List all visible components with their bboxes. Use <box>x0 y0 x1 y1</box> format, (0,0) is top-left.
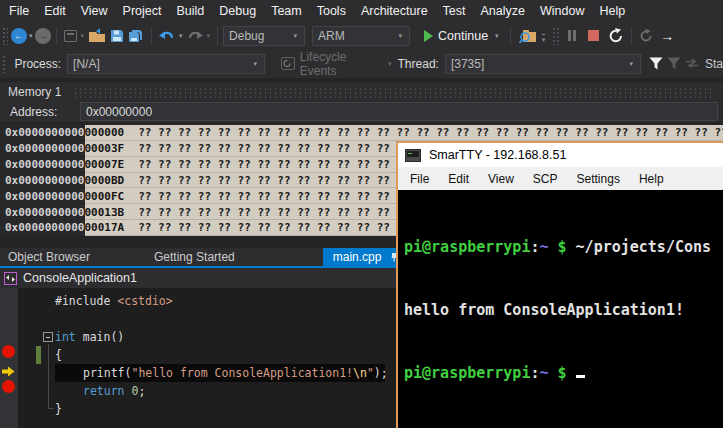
function-signature: main() <box>76 330 124 344</box>
menu-item-architecture[interactable]: Architecture <box>361 4 428 18</box>
smartty-window[interactable]: SmarTTY - 192.168.8.51 File Edit View SC… <box>396 141 723 428</box>
memory-window-header[interactable]: Memory 1 <box>0 82 723 102</box>
new-dropdown-icon[interactable]: ▾ <box>81 32 85 40</box>
redo-icon[interactable] <box>185 25 205 47</box>
smartty-menu-settings[interactable]: Settings <box>577 172 620 186</box>
menu-item-team[interactable]: Team <box>271 4 302 18</box>
memory-address-selected: 00017A <box>84 221 124 234</box>
open-file-icon[interactable] <box>86 25 108 47</box>
navigate-back-icon[interactable]: ← <box>11 28 27 44</box>
new-project-icon[interactable] <box>64 30 77 42</box>
smartty-menu-edit[interactable]: Edit <box>448 172 469 186</box>
menu-item-window[interactable]: Window <box>540 4 584 18</box>
undo-dropdown-icon[interactable]: ▾ <box>179 32 183 40</box>
toolbar-grip[interactable] <box>552 27 559 45</box>
window-drag-grip[interactable] <box>73 87 715 99</box>
stack-frame-label: Sta <box>705 57 723 71</box>
string-literal: " <box>367 366 374 380</box>
memory-row[interactable]: 0x0000000000000000 ?? ?? ?? ?? ?? ?? ?? … <box>0 125 723 141</box>
toolbar-separator <box>56 27 57 45</box>
terminal-output[interactable]: pi@raspberrypi:~ $ ~/projects/Cons hello… <box>398 190 723 428</box>
restart-icon[interactable] <box>606 25 626 47</box>
redo-dropdown-icon[interactable]: ▾ <box>207 32 211 40</box>
menu-item-help[interactable]: Help <box>599 4 625 18</box>
project-scope-dropdown[interactable]: ConsoleApplication1 <box>23 271 137 285</box>
brace: { <box>55 348 62 362</box>
memory-address-selected: 0000FC <box>84 190 124 203</box>
prompt-user: pi@raspberrypi <box>404 364 530 382</box>
prompt-path: ~ <box>539 364 548 382</box>
keyword: int <box>55 330 76 344</box>
continue-button[interactable]: Continue ▾ <box>420 29 505 43</box>
refresh-icon[interactable] <box>637 25 655 47</box>
overflow-chevron-icon[interactable]: ▾ <box>388 60 392 68</box>
brace: } <box>55 402 62 416</box>
toolbar-grip[interactable] <box>2 55 7 73</box>
string-literal: "hello from ConsoleApplication1! <box>131 366 353 380</box>
preprocessor-directive: #include <box>55 294 117 308</box>
standard-toolbar: ← ▾ → ▾ ▾ ▾ Debug ▾ ARM ▾ <box>0 22 723 49</box>
current-statement-line[interactable]: printf("hello from ConsoleApplication1!\… <box>55 364 385 382</box>
chevron-down-icon: ▾ <box>254 60 258 68</box>
memory-address: 0x0000000000 <box>0 206 84 219</box>
toolbar-separator <box>151 27 152 45</box>
smartty-menu-file[interactable]: File <box>410 172 429 186</box>
chevron-down-icon: ▾ <box>399 32 403 40</box>
navigate-forward-icon[interactable]: → <box>35 28 51 44</box>
terminal-command: ~/projects/Cons <box>576 238 711 256</box>
memory-address-selected: 00013B <box>84 206 124 219</box>
save-icon[interactable] <box>108 25 126 47</box>
toolbar-grip[interactable] <box>2 27 8 45</box>
menu-item-edit[interactable]: Edit <box>44 4 66 18</box>
continue-label: Continue <box>438 29 488 43</box>
terminal-line: pi@raspberrypi:~ $ ~/projects/Cons <box>404 237 723 258</box>
filter-threads-icon[interactable] <box>647 53 665 75</box>
function-call: printf( <box>83 366 131 380</box>
menu-item-tools[interactable]: Tools <box>317 4 346 18</box>
thread-dropdown[interactable]: [3735] ▾ <box>445 54 641 74</box>
tab-getting-started[interactable]: Getting Started <box>140 248 249 266</box>
menu-item-view[interactable]: View <box>81 4 108 18</box>
platform-value: ARM <box>318 29 345 43</box>
program-output: hello from ConsoleApplication1! <box>404 301 684 319</box>
lifecycle-events-label: Lifecycle Events <box>300 50 378 78</box>
toolbar-separator <box>217 27 218 45</box>
back-dropdown-icon[interactable]: ▾ <box>29 32 33 40</box>
prompt-dollar: $ <box>549 364 576 382</box>
menu-item-debug[interactable]: Debug <box>219 4 256 18</box>
smartty-menu-scp[interactable]: SCP <box>533 172 558 186</box>
prompt-user: pi@raspberrypi <box>404 238 530 256</box>
smartty-menu-help[interactable]: Help <box>639 172 664 186</box>
address-label: Address: <box>10 105 57 119</box>
solution-config-dropdown[interactable]: Debug ▾ <box>223 26 305 46</box>
terminal-line: pi@raspberrypi:~ $ <box>404 363 723 384</box>
filter-flagged-icon[interactable] <box>665 53 683 75</box>
undo-icon[interactable] <box>157 25 177 47</box>
save-all-icon[interactable] <box>126 25 146 47</box>
keyword: return <box>83 384 125 398</box>
tab-object-browser[interactable]: Object Browser <box>0 248 104 266</box>
show-next-statement-icon[interactable]: → <box>655 28 679 44</box>
smartty-title-bar[interactable]: SmarTTY - 192.168.8.51 <box>398 143 723 167</box>
toggle-flagged-icon[interactable] <box>683 53 701 75</box>
toolbar-options-icon[interactable]: ▾ <box>542 34 546 44</box>
attach-to-process-icon[interactable] <box>516 25 539 47</box>
menu-item-file[interactable]: File <box>9 4 29 18</box>
process-dropdown[interactable]: [N/A] ▾ <box>67 54 265 74</box>
menu-item-project[interactable]: Project <box>123 4 162 18</box>
lifecycle-events-icon[interactable] <box>281 57 295 70</box>
stop-debug-icon[interactable] <box>588 30 599 41</box>
memory-address-selected: 00003F <box>84 142 124 155</box>
prompt-path: ~ <box>539 238 548 256</box>
menu-item-test[interactable]: Test <box>443 4 466 18</box>
pause-icon[interactable] <box>563 25 581 47</box>
smartty-menu-view[interactable]: View <box>488 172 514 186</box>
prompt-dollar: $ <box>549 238 576 256</box>
menu-item-analyze[interactable]: Analyze <box>481 4 525 18</box>
escape-sequence: \n <box>353 366 367 380</box>
smartty-menu-bar: File Edit View SCP Settings Help <box>398 167 723 190</box>
address-input[interactable] <box>80 102 718 121</box>
menu-item-build[interactable]: Build <box>176 4 204 18</box>
punctuation: ); <box>374 366 388 380</box>
platform-dropdown[interactable]: ARM ▾ <box>312 26 410 46</box>
